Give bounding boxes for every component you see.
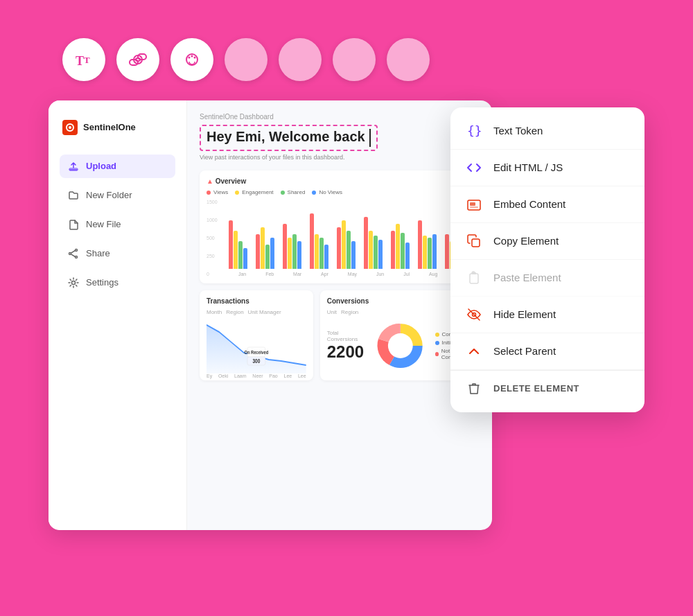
bar-3: [378, 240, 383, 269]
bar-1: [234, 231, 238, 269]
sidebar-item-new-folder[interactable]: New Folder: [60, 184, 175, 207]
dashboard-main-content: SentinelOne Dashboard Hey Emi, Welcome b…: [187, 100, 492, 530]
bar-chart: [226, 200, 473, 269]
bar-0: [256, 234, 260, 269]
bar-3: [243, 248, 247, 269]
bar-2: [292, 234, 297, 269]
bar-group-Jun: [364, 217, 389, 269]
bar-0: [229, 220, 233, 269]
text-token-toolbar-btn[interactable]: T T: [62, 38, 105, 81]
new-folder-label: New Folder: [86, 190, 132, 200]
bar-3: [432, 234, 437, 269]
edit-html-label: Edit HTML / JS: [493, 161, 563, 173]
toolbar-row: T T: [49, 38, 644, 81]
overview-chart-section: ▲ Overview Views Engagement Shared: [200, 170, 480, 283]
bar-2: [428, 238, 432, 269]
svg-rect-23: [470, 202, 475, 206]
toolbar-circle-5[interactable]: [279, 38, 322, 81]
bar-3: [351, 241, 356, 269]
menu-item-embed-content[interactable]: Embed Content: [450, 186, 644, 223]
menu-item-copy-element[interactable]: Copy Element: [450, 223, 644, 260]
bar-1: [342, 220, 346, 269]
legend-no-views: No Views: [312, 189, 342, 195]
bar-1: [423, 236, 427, 269]
bar-0: [310, 213, 314, 269]
bar-0: [391, 231, 395, 269]
svg-text:300: 300: [252, 358, 260, 364]
main-container: T T: [49, 38, 644, 579]
bar-group-Feb: [256, 227, 281, 269]
embed-content-label: Embed Content: [493, 198, 565, 210]
sidebar-item-settings[interactable]: Settings: [60, 271, 175, 294]
logo-icon: [62, 120, 78, 135]
link-toolbar-btn[interactable]: [116, 38, 159, 81]
menu-item-delete-element[interactable]: DELETE ELEMENT: [450, 370, 644, 407]
svg-rect-27: [472, 272, 476, 274]
svg-point-20: [388, 333, 413, 358]
sidebar: SentinelOne Upload New Folder: [49, 100, 187, 530]
bar-group-Jul: [391, 224, 416, 269]
dashboard-card: SentinelOne Upload New Folder: [49, 100, 492, 530]
bar-2: [401, 233, 405, 269]
upload-label: Upload: [86, 161, 116, 171]
bar-3: [297, 241, 301, 269]
svg-rect-25: [472, 239, 480, 247]
toolbar-circle-4[interactable]: [225, 38, 267, 81]
bar-1: [261, 227, 265, 269]
bar-group-Jan: [229, 220, 254, 269]
braces-icon: {}: [464, 121, 484, 141]
svg-point-4: [191, 55, 193, 57]
palette-toolbar-btn[interactable]: [170, 38, 213, 81]
sidebar-logo: SentinelOne: [60, 120, 175, 135]
transactions-title: Transactions: [207, 297, 306, 305]
legend-engagement: Engagement: [235, 189, 273, 195]
menu-item-hide-element[interactable]: Hide Element: [450, 297, 644, 333]
menu-item-edit-html[interactable]: Edit HTML / JS: [450, 150, 644, 186]
bar-2: [319, 238, 324, 269]
paste-element-label: Paste Element: [493, 272, 561, 283]
select-parent-label: Select Parent: [493, 345, 556, 357]
bar-2: [346, 231, 351, 269]
hide-element-label: Hide Element: [493, 308, 556, 320]
legend-dot-views: [207, 191, 211, 195]
bar-3: [405, 243, 410, 269]
svg-point-5: [194, 56, 196, 58]
sidebar-item-new-file[interactable]: New File: [60, 213, 175, 236]
menu-item-text-token[interactable]: {} Text Token: [450, 113, 644, 150]
toolbar-circle-7[interactable]: [387, 38, 430, 81]
welcome-text-container: Hey Emi, Welcome back: [200, 125, 378, 152]
sub-text: View past interactions of your files in …: [200, 154, 480, 161]
copy-element-label: Copy Element: [493, 235, 559, 247]
menu-item-select-parent[interactable]: Select Parent: [450, 333, 644, 370]
embed-icon: [464, 195, 484, 214]
svg-text:T: T: [76, 54, 84, 68]
bar-3: [324, 245, 328, 269]
sidebar-item-upload[interactable]: Upload: [60, 155, 175, 178]
transactions-chart: Transactions Month Region Unit Manager: [200, 290, 313, 380]
text-cursor: [369, 129, 371, 147]
chart-legend: Views Engagement Shared No Views: [207, 189, 473, 195]
bar-0: [283, 224, 287, 269]
bar-3: [270, 238, 274, 269]
pie-chart-svg: [373, 318, 428, 373]
bar-1: [396, 224, 400, 269]
bar-2: [265, 245, 270, 269]
line-chart: On Received 300 Ey Oeki Laam Neer Pao Le…: [207, 318, 306, 373]
bar-1: [315, 234, 319, 269]
bar-1: [369, 231, 373, 269]
toolbar-circle-6[interactable]: [333, 38, 376, 81]
sidebar-item-share[interactable]: Share: [60, 242, 175, 265]
bar-group-Aug: [418, 220, 443, 269]
legend-dot-engagement: [235, 191, 239, 195]
settings-label: Settings: [86, 277, 119, 288]
delete-element-label: DELETE ELEMENT: [493, 383, 579, 394]
bar-group-Mar: [283, 224, 308, 269]
trash-icon: [464, 379, 484, 398]
svg-point-3: [188, 56, 191, 58]
dashboard-title: SentinelOne Dashboard: [200, 113, 480, 121]
menu-item-paste-element[interactable]: Paste Element: [450, 260, 644, 297]
legend-dot-no-views: [312, 191, 316, 195]
legend-views: Views: [207, 189, 228, 195]
svg-rect-24: [470, 206, 478, 208]
bar-0: [445, 234, 449, 269]
